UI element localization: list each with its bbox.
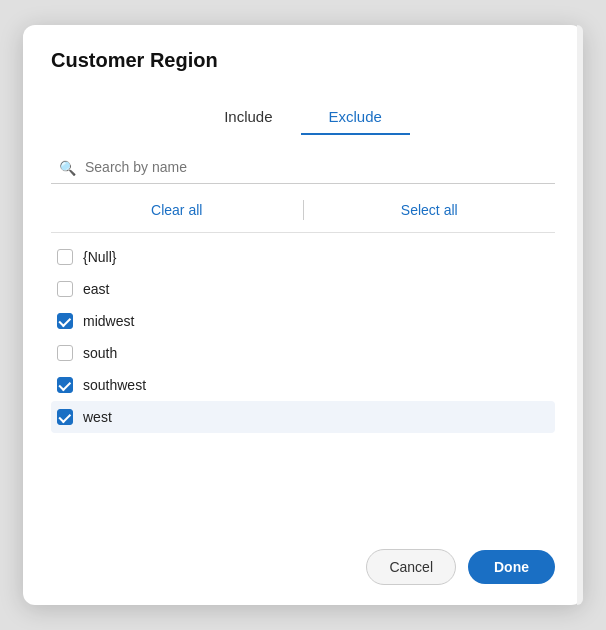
select-all-button[interactable]: Select all xyxy=(304,196,556,224)
done-button[interactable]: Done xyxy=(468,550,555,584)
item-label-east: east xyxy=(83,281,109,297)
list-item[interactable]: midwest xyxy=(51,305,555,337)
list-item[interactable]: west xyxy=(51,401,555,433)
list-item[interactable]: south xyxy=(51,337,555,369)
list-item[interactable]: southwest xyxy=(51,369,555,401)
list-item[interactable]: {Null} xyxy=(51,241,555,273)
dialog-footer: Cancel Done xyxy=(23,529,583,605)
checkbox-southwest[interactable] xyxy=(57,377,73,393)
checkbox-west[interactable] xyxy=(57,409,73,425)
item-label-south: south xyxy=(83,345,117,361)
item-label-west: west xyxy=(83,409,112,425)
clear-all-button[interactable]: Clear all xyxy=(51,196,303,224)
tab-exclude[interactable]: Exclude xyxy=(301,100,410,135)
tab-include[interactable]: Include xyxy=(196,100,300,135)
dialog-title: Customer Region xyxy=(51,49,555,72)
search-icon: 🔍 xyxy=(59,160,76,176)
items-list: {Null}eastmidwestsouthsouthwestwest xyxy=(23,237,583,529)
item-label-midwest: midwest xyxy=(83,313,134,329)
scrollbar-track xyxy=(577,25,583,605)
dialog-header: Customer Region xyxy=(23,25,583,84)
checkbox-east[interactable] xyxy=(57,281,73,297)
list-item[interactable]: east xyxy=(51,273,555,305)
checkbox-south[interactable] xyxy=(57,345,73,361)
item-label-null: {Null} xyxy=(83,249,116,265)
checkbox-midwest[interactable] xyxy=(57,313,73,329)
search-input[interactable] xyxy=(51,151,555,184)
actions-row: Clear all Select all xyxy=(51,196,555,233)
customer-region-dialog: Customer Region Include Exclude 🔍 Clear … xyxy=(23,25,583,605)
cancel-button[interactable]: Cancel xyxy=(366,549,456,585)
tabs-container: Include Exclude xyxy=(23,84,583,135)
checkbox-null[interactable] xyxy=(57,249,73,265)
item-label-southwest: southwest xyxy=(83,377,146,393)
search-container: 🔍 xyxy=(51,151,555,184)
